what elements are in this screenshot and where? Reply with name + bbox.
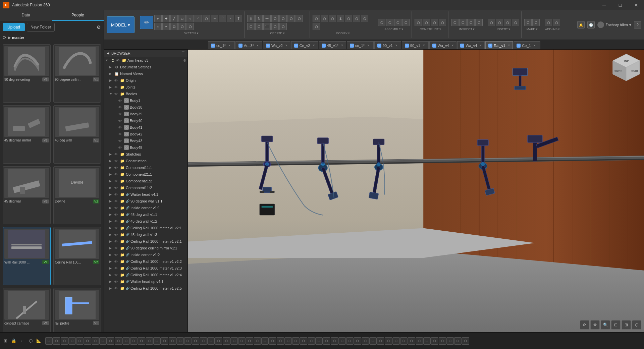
mirror-sketch-icon[interactable]: ⬡ [178, 23, 186, 30]
hole-icon[interactable]: ⬡ [247, 23, 255, 30]
midplane-icon[interactable]: ⬡ [431, 19, 438, 26]
text-icon[interactable]: T [235, 15, 242, 22]
nav-cube[interactable]: TOP FRONT RIGHT [611, 52, 641, 82]
status-icon-2[interactable]: 🔒 [10, 337, 18, 345]
tree-item-bodies[interactable]: ▼ 👁 📁 Bodies [104, 91, 187, 97]
as-built-joint-icon[interactable]: ⬡ [394, 19, 401, 26]
status-btn[interactable]: ⬡ [115, 337, 122, 345]
thumbnail-item[interactable]: 45 deg wall V1 [3, 166, 51, 225]
status-btn[interactable]: ⬡ [392, 337, 400, 345]
sweep-icon[interactable]: 〰 [263, 15, 271, 22]
tree-item-90-deg-ceiling-mirror[interactable]: ▶ 👁 📁 🔗 90 degree ceiling mirror v1:1 [104, 245, 187, 251]
status-btn[interactable]: ⬡ [462, 337, 469, 345]
eye-icon[interactable]: 👁 [114, 260, 119, 264]
clock-icon[interactable]: 🕐 [587, 21, 595, 28]
status-btn[interactable]: ⬡ [338, 337, 346, 345]
tree-item-sketches[interactable]: ▶ 👁 📁 Sketches [104, 151, 187, 158]
joint-icon[interactable]: ⬡ [386, 19, 393, 26]
fit-icon[interactable]: ⊡ [611, 320, 621, 330]
eye-icon[interactable]: 👁 [114, 220, 119, 223]
status-btn[interactable]: ⬡ [122, 337, 130, 345]
status-btn[interactable]: ⬡ [107, 337, 114, 345]
tree-item-waiter-head-up-v4-1[interactable]: ▶ 👁 📁 🔗 Waiter head up v4:1 [104, 278, 187, 285]
status-btn[interactable]: ⬡ [439, 337, 446, 345]
measure-icon[interactable]: ⬡ [451, 19, 459, 26]
status-btn[interactable]: ⬡ [169, 337, 176, 345]
close-button[interactable]: ✕ [629, 0, 644, 10]
tab-data[interactable]: Data [0, 10, 52, 21]
status-btn[interactable]: ⬡ [246, 337, 253, 345]
emboss-icon[interactable]: ⬡ [296, 15, 303, 22]
status-btn[interactable]: ⬡ [76, 337, 84, 345]
maximize-button[interactable]: □ [612, 0, 628, 10]
joint-origin-icon[interactable]: ⬡ [402, 19, 410, 26]
status-btn[interactable]: ⬡ [238, 337, 246, 345]
status-btn[interactable]: ⬡ [292, 337, 300, 345]
polygon-icon[interactable]: ⬡ [203, 15, 210, 22]
status-btn[interactable]: ⬡ [423, 337, 431, 345]
thumbnail-item[interactable]: Devine Devine V2 [53, 166, 101, 225]
offset-plane-icon[interactable]: ⬡ [415, 19, 422, 26]
eye-icon[interactable]: 👁 [118, 112, 123, 116]
eye-icon[interactable]: 👁 [114, 186, 119, 190]
settings-icon-button[interactable]: ⚙ [97, 24, 101, 30]
tree-item-90-deg-wall[interactable]: ▶ 👁 📁 🔗 90 degree wall v1:1 [104, 198, 187, 205]
thumbnail-item[interactable]: 90 degree ceilin... V1 [53, 44, 101, 103]
dim-icon[interactable]: ↔ [154, 23, 162, 30]
tab-close-icon[interactable]: × [257, 44, 259, 47]
tree-item-ceiling-rail-v2-3[interactable]: ▶ 👁 📁 🔗 Ceiling Rail 1000 meter v1 v2:3 [104, 265, 187, 272]
tab-wa-v4b[interactable]: AWa_v4× [457, 41, 485, 49]
insert-svg-icon[interactable]: ⬡ [496, 19, 503, 26]
status-btn[interactable]: ⬡ [269, 337, 276, 345]
user-dropdown-arrow[interactable]: ▾ [629, 23, 631, 27]
rib-icon[interactable]: ⬡ [279, 15, 287, 22]
point-icon[interactable]: · [227, 15, 234, 22]
help-icon[interactable]: ? [634, 21, 641, 28]
eye-icon[interactable]: 👁 [116, 58, 121, 62]
eye-icon[interactable]: 👁 [114, 253, 119, 257]
pan-icon[interactable]: ✥ [590, 320, 600, 330]
eye-icon[interactable]: 👁 [114, 179, 119, 183]
tree-item-body39[interactable]: 👁 ⬡ Body39 [104, 111, 187, 117]
status-btn[interactable]: ⬡ [207, 337, 215, 345]
eye-icon[interactable]: 👁 [114, 226, 119, 230]
model-dropdown[interactable]: MODEL ▾ [107, 16, 135, 33]
insert-dxf-icon[interactable]: ⬡ [504, 19, 511, 26]
status-btn[interactable]: ⬡ [261, 337, 269, 345]
eye-icon[interactable]: 👁 [114, 280, 119, 284]
tab-45-v1[interactable]: A45_v1*× [319, 41, 346, 49]
tree-item-body40[interactable]: 👁 ⬡ Body40 [104, 117, 187, 124]
status-icon-1[interactable]: ⊞ [1, 337, 9, 345]
status-btn[interactable]: ⬡ [446, 337, 454, 345]
tree-item-ceiling-rail-v1-1[interactable]: ▶ 👁 📁 🔗 Ceiling Rail 1000 meter v1 v2:1 [104, 225, 187, 231]
tree-item-inside-corner-v1-2[interactable]: ▶ 👁 📁 🔗 Inside corner v1:2 [104, 251, 187, 258]
tab-close-icon[interactable]: × [452, 44, 454, 47]
status-btn[interactable]: ⬡ [408, 337, 415, 345]
eye-icon[interactable]: 👁 [114, 79, 119, 82]
tree-item-body45[interactable]: 👁 ⬡ Body45 [104, 144, 187, 151]
tab-close-icon[interactable]: × [367, 44, 369, 47]
addins2-icon[interactable]: ⬡ [553, 19, 560, 26]
eye-icon[interactable]: 👁 [118, 106, 123, 109]
zoom-icon[interactable]: 🔍 [601, 320, 610, 330]
tree-item-45-deg-wall-v1-3[interactable]: ▶ 👁 📁 🔗 45 deg wall v1:3 [104, 231, 187, 238]
draft-icon[interactable]: ⬡ [345, 15, 352, 22]
eye-icon[interactable]: 👁 [114, 233, 119, 237]
tree-item-body43[interactable]: 👁 ⬡ Body43 [104, 137, 187, 144]
eye-icon[interactable]: 👁 [118, 99, 123, 103]
press-pull-icon[interactable]: ⬡ [313, 15, 320, 22]
eye-icon[interactable]: 👁 [114, 193, 119, 196]
thumbnail-item-ceiling-rail[interactable]: Ceiling Rail 100... V2 [53, 227, 101, 285]
shell-icon[interactable]: Σ [337, 15, 344, 22]
tab-close-icon[interactable]: × [423, 44, 425, 47]
tree-item-origin[interactable]: ▶ 👁 📁 Origin [104, 77, 187, 84]
eye-icon[interactable]: 👁 [114, 159, 119, 163]
sketch-icon[interactable]: ✏ [140, 16, 153, 29]
tree-item-ceiling-rail-v2-4[interactable]: ▶ 👁 📁 🔗 Ceiling Rail 1000 meter v1 v2:4 [104, 272, 187, 278]
status-btn[interactable]: ⬡ [431, 337, 438, 345]
tree-item-component11-2[interactable]: ▶ 👁 📁 Component11:2 [104, 184, 187, 191]
tree-item-ceiling-rail-v2-5[interactable]: ▶ 👁 📁 🔗 Ceiling Rail 1000 meter v1 v2:5 [104, 285, 187, 292]
interference-icon[interactable]: ⬡ [459, 19, 467, 26]
eye-icon[interactable]: 👁 [118, 132, 123, 136]
status-btn[interactable]: ⬡ [230, 337, 238, 345]
